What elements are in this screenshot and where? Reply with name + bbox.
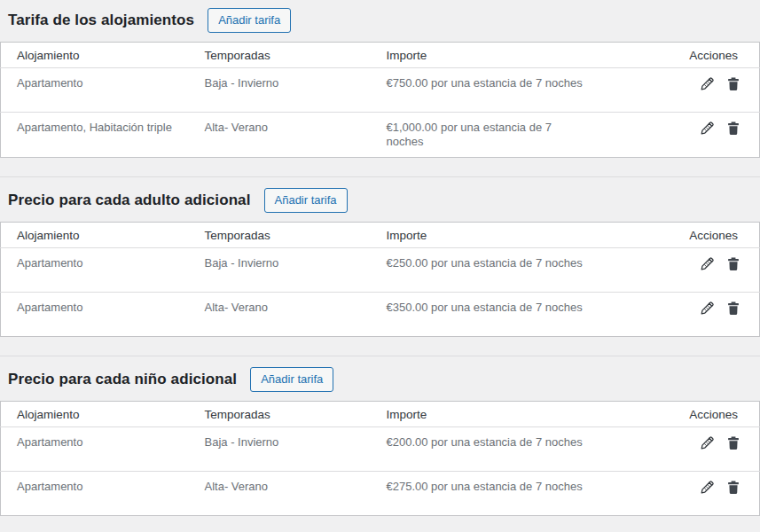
column-header-alojamiento: Alojamiento: [1, 43, 189, 68]
table-row: Apartamento Baja - Invierno €250.00 por …: [1, 248, 760, 293]
cell-temporadas: Baja - Invierno: [189, 68, 371, 113]
cell-alojamiento: Apartamento, Habitación triple: [1, 113, 189, 158]
cell-importe: €1,000.00 por una estancia de 7 noches: [371, 113, 603, 158]
section-header: Precio para cada niño adicional Añadir t…: [0, 356, 760, 401]
cell-importe: €250.00 por una estancia de 7 noches: [371, 248, 603, 293]
tariff-table: Alojamiento Temporadas Importe Acciones …: [0, 401, 760, 516]
column-header-acciones: Acciones: [603, 43, 760, 68]
cell-actions: [603, 68, 760, 113]
add-tariff-button[interactable]: Añadir tarifa: [250, 367, 333, 392]
cell-actions: [603, 113, 760, 158]
cell-importe: €750.00 por una estancia de 7 noches: [371, 68, 603, 113]
add-tariff-button[interactable]: Añadir tarifa: [208, 8, 291, 33]
column-header-importe: Importe: [371, 43, 603, 68]
tariff-table: Alojamiento Temporadas Importe Acciones …: [0, 222, 760, 337]
cell-alojamiento: Apartamento: [1, 472, 189, 516]
table-row: Apartamento Alta- Verano €350.00 por una…: [1, 293, 760, 337]
section-accommodation-rates: Tarifa de los alojamientos Añadir tarifa…: [0, 0, 760, 158]
cell-alojamiento: Apartamento: [1, 248, 189, 293]
cell-alojamiento: Apartamento: [1, 68, 189, 113]
column-header-temporadas: Temporadas: [189, 223, 371, 248]
section-title: Precio para cada niño adicional: [8, 371, 237, 388]
trash-icon[interactable]: [726, 480, 741, 496]
column-header-acciones: Acciones: [603, 223, 760, 248]
table-row: Apartamento Baja - Invierno €750.00 por …: [1, 68, 760, 113]
cell-temporadas: Alta- Verano: [189, 472, 371, 516]
trash-icon[interactable]: [726, 301, 741, 317]
cell-actions: [603, 427, 760, 472]
table-header-row: Alojamiento Temporadas Importe Acciones: [1, 402, 760, 427]
cell-temporadas: Alta- Verano: [189, 113, 371, 158]
edit-icon[interactable]: [700, 121, 715, 137]
table-header-row: Alojamiento Temporadas Importe Acciones: [1, 43, 760, 68]
cell-actions: [603, 293, 760, 337]
trash-icon[interactable]: [726, 435, 741, 451]
edit-icon[interactable]: [700, 301, 715, 317]
section-header: Tarifa de los alojamientos Añadir tarifa: [0, 0, 760, 42]
trash-icon[interactable]: [726, 76, 741, 92]
cell-temporadas: Baja - Invierno: [189, 427, 371, 472]
cell-alojamiento: Apartamento: [1, 293, 189, 337]
edit-icon[interactable]: [700, 76, 715, 92]
column-header-alojamiento: Alojamiento: [1, 402, 189, 427]
page-title: Tarifa de los alojamientos: [8, 12, 194, 29]
edit-icon[interactable]: [700, 435, 715, 451]
table-row: Apartamento Baja - Invierno €200.00 por …: [1, 427, 760, 472]
trash-icon[interactable]: [726, 256, 741, 272]
add-tariff-button[interactable]: Añadir tarifa: [264, 188, 348, 213]
section-header: Precio para cada adulto adicional Añadir…: [0, 177, 760, 222]
section-extra-child-price: Precio para cada niño adicional Añadir t…: [0, 356, 760, 516]
cell-importe: €350.00 por una estancia de 7 noches: [371, 293, 603, 337]
column-header-importe: Importe: [371, 402, 603, 427]
cell-actions: [603, 472, 760, 516]
cell-temporadas: Baja - Invierno: [189, 248, 371, 293]
table-header-row: Alojamiento Temporadas Importe Acciones: [1, 223, 760, 248]
section-title: Precio para cada adulto adicional: [8, 192, 251, 209]
edit-icon[interactable]: [700, 480, 715, 496]
tariff-page: Tarifa de los alojamientos Añadir tarifa…: [0, 0, 760, 532]
cell-temporadas: Alta- Verano: [189, 293, 371, 337]
section-extra-adult-price: Precio para cada adulto adicional Añadir…: [0, 177, 760, 337]
column-header-alojamiento: Alojamiento: [1, 223, 189, 248]
column-header-importe: Importe: [371, 223, 603, 248]
table-row: Apartamento Alta- Verano €275.00 por una…: [1, 472, 760, 516]
cell-importe: €275.00 por una estancia de 7 noches: [371, 472, 603, 516]
column-header-temporadas: Temporadas: [189, 43, 371, 68]
trash-icon[interactable]: [726, 121, 741, 137]
column-header-temporadas: Temporadas: [189, 402, 371, 427]
tariff-table: Alojamiento Temporadas Importe Acciones …: [0, 42, 760, 158]
table-row: Apartamento, Habitación triple Alta- Ver…: [1, 113, 760, 158]
cell-importe: €200.00 por una estancia de 7 noches: [371, 427, 603, 472]
cell-alojamiento: Apartamento: [1, 427, 189, 472]
edit-icon[interactable]: [700, 256, 715, 272]
column-header-acciones: Acciones: [603, 402, 760, 427]
cell-actions: [603, 248, 760, 293]
